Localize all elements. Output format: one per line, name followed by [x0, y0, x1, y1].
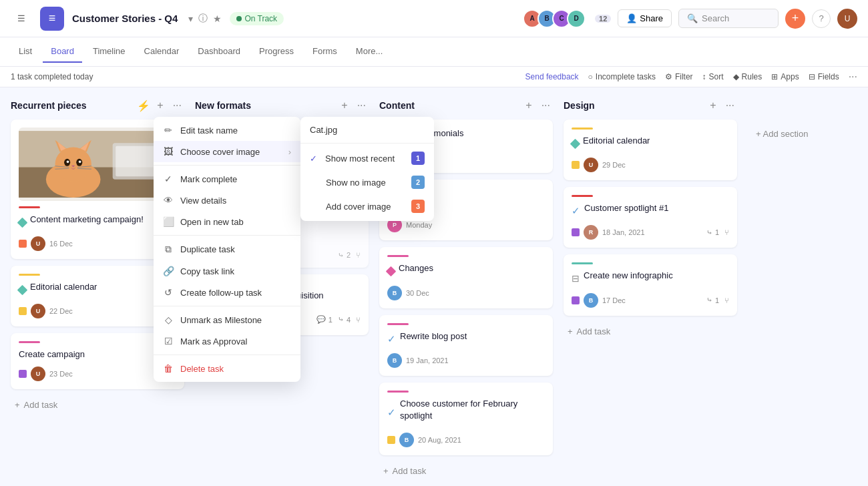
card-avatar-blog: B [387, 353, 402, 368]
incomplete-tasks-filter[interactable]: ○ Incomplete tasks [588, 72, 656, 81]
check-icon-spotlight: ✓ [387, 407, 396, 419]
add-task-content[interactable]: + Add task [379, 462, 553, 480]
view-details-label: View details [180, 196, 226, 206]
choose-cover-label: Choose cover image [180, 147, 260, 157]
column-title-design: Design [564, 100, 703, 111]
add-new-formats-button[interactable]: + [339, 98, 350, 113]
rules-label: Rules [742, 72, 763, 81]
add-design-button[interactable]: + [707, 98, 718, 113]
add-content-button[interactable]: + [523, 98, 534, 113]
sort-button[interactable]: ↕ Sort [702, 72, 724, 81]
approval-icon: ☑ [163, 336, 174, 346]
tab-calendar[interactable]: Calendar [136, 41, 188, 63]
menu-create-followup[interactable]: ↺ Create follow-up task [154, 282, 300, 303]
share-button[interactable]: 👤 Share [618, 9, 672, 27]
more-recurrent-button[interactable]: ··· [170, 98, 184, 113]
more-new-formats-button[interactable]: ··· [355, 98, 369, 113]
context-menu[interactable]: ✏ Edit task name 🖼 Choose cover image › … [154, 117, 300, 382]
send-feedback-link[interactable]: Send feedback [525, 72, 579, 81]
hamburger-button[interactable]: ☰ [11, 8, 32, 29]
info-icon[interactable]: ⓘ [198, 13, 208, 25]
tab-progress[interactable]: Progress [251, 41, 302, 63]
card-footer-blog: B 19 Jan, 2021 [387, 353, 545, 368]
card-editorial-design[interactable]: Editorial calendar U 29 Dec [564, 119, 737, 180]
show-recent-label: Show most recent [325, 154, 395, 164]
menu-choose-cover-image[interactable]: 🖼 Choose cover image › [154, 141, 300, 162]
card-avatar-editorial-design: U [584, 158, 598, 172]
more-content-button[interactable]: ··· [539, 98, 553, 113]
branch-icon-s1: ⑂ [724, 228, 729, 236]
comment-count: 1 [329, 316, 333, 324]
tab-board[interactable]: Board [43, 41, 82, 63]
subtask-icon-info: ⤷ [706, 296, 712, 304]
copy-task-link-label: Copy task link [180, 266, 234, 276]
more-options-button[interactable]: ··· [849, 71, 857, 83]
card-title-blog: Rewrite blog post [400, 330, 467, 342]
menu-view-details[interactable]: 👁 View details [154, 190, 300, 211]
submenu-show-no-image[interactable]: Show no image 2 [300, 170, 434, 194]
menu-mark-approval[interactable]: ☑ Mark as Approval [154, 330, 300, 352]
card-rewrite-blog[interactable]: ✓ Rewrite blog post B 19 Jan, 2021 [379, 315, 553, 376]
menu-unmark-milestone[interactable]: ◇ Unmark as Milestone [154, 309, 300, 330]
card-infographic[interactable]: ⊟ Create new infographic B 17 Dec ⤷1 ⑂ [564, 254, 737, 315]
mark-complete-label: Mark complete [180, 174, 237, 184]
menu-open-new-tab[interactable]: ⬜ Open in new tab [154, 211, 300, 232]
menu-edit-task-name[interactable]: ✏ Edit task name [154, 119, 300, 141]
submenu-add-cover-image[interactable]: Add cover image 3 [300, 194, 434, 218]
project-title: Customer Stories - Q4 [72, 13, 178, 24]
filter-button[interactable]: ⚙ Filter [665, 72, 693, 81]
more-design-button[interactable]: ··· [723, 98, 737, 113]
filter-label: Filter [675, 72, 693, 81]
card-changes[interactable]: Changes B 30 Dec [379, 247, 553, 308]
tab-dashboard[interactable]: Dashboard [190, 41, 248, 63]
submenu-cat-jpg[interactable]: Cat.jpg [300, 119, 434, 140]
fields-button[interactable]: ⊟ Fields [809, 72, 839, 81]
card-accent-blog [387, 323, 409, 325]
add-task-design[interactable]: + Add task [564, 322, 737, 340]
tab-forms[interactable]: Forms [304, 41, 345, 63]
submenu-divider-1 [300, 143, 434, 144]
card-date-spotlight: 20 Aug, 2021 [418, 436, 461, 444]
branch-icon3: ⑂ [356, 251, 361, 259]
help-button[interactable]: ? [812, 9, 831, 28]
dropdown-arrow-icon[interactable]: ▾ [188, 13, 193, 24]
badge-2: 2 [411, 176, 425, 189]
add-button[interactable]: + [785, 9, 805, 29]
apps-button[interactable]: ⊞ Apps [771, 72, 799, 81]
app-icon: ≡ [40, 7, 64, 31]
plus-icon-content: + [383, 466, 389, 476]
menu-copy-task-link[interactable]: 🔗 Copy task link [154, 260, 300, 282]
add-section-button[interactable]: + Add section [748, 124, 816, 144]
menu-delete-task[interactable]: 🗑 Delete task [154, 358, 300, 379]
rules-button[interactable]: ◆ Rules [733, 72, 763, 81]
infographic-icon: ⊟ [572, 273, 580, 284]
tab-list[interactable]: List [11, 41, 40, 63]
menu-duplicate-task[interactable]: ⧉ Duplicate task [154, 238, 300, 260]
milestone-icon-editorial-design [570, 138, 581, 149]
tag-dot-infographic [572, 296, 580, 304]
search-box[interactable]: 🔍 Search [678, 9, 779, 28]
svg-point-13 [79, 161, 81, 164]
card-choose-spotlight[interactable]: ✓ Choose customer for February spotlight… [379, 383, 553, 455]
star-icon[interactable]: ★ [213, 13, 222, 24]
card-spotlight-1[interactable]: ✓ Customer spotlight #1 R 18 Jan, 2021 ⤷… [564, 187, 737, 248]
card-title-campaign: Content marketing campaign! [30, 214, 144, 226]
tab-more[interactable]: More... [348, 41, 391, 63]
menu-mark-complete[interactable]: ✓ Mark complete [154, 168, 300, 190]
comment-icon: 💬 [316, 315, 326, 324]
header-right: A B C D 12 👤 Share 🔍 Search + ? U [523, 9, 857, 29]
subtask-count-info: 1 [715, 296, 719, 304]
add-recurrent-button[interactable]: + [154, 98, 166, 113]
add-task-recurrent[interactable]: + Add task [11, 396, 184, 414]
card-meta-press: 💬1 ⤷4 ⑂ [316, 315, 361, 324]
card-accent-yellow [19, 274, 40, 276]
tab-timeline[interactable]: Timeline [85, 41, 134, 63]
submenu-show-recent[interactable]: ✓ Show most recent 1 [300, 146, 434, 170]
user-avatar[interactable]: U [837, 9, 857, 29]
subtask-count3: 2 [347, 251, 351, 259]
card-avatar-spotlight: B [399, 433, 414, 447]
followup-icon: ↺ [163, 287, 174, 298]
cover-image-submenu[interactable]: Cat.jpg ✓ Show most recent 1 Show no ima… [300, 117, 434, 221]
card-date-changes: 30 Dec [406, 289, 429, 297]
subtask-icon-s1: ⤷ [706, 228, 712, 237]
